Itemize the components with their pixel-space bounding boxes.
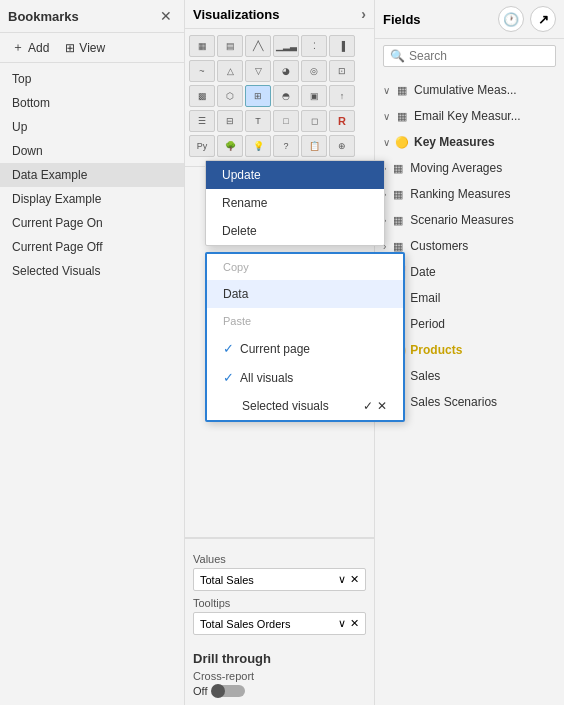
bookmarks-view-button[interactable]: ⊞ View [61, 39, 109, 57]
tooltips-field-box[interactable]: Total Sales Orders ∨ ✕ [193, 612, 366, 635]
field-group-header-email-key[interactable]: ∨ ▦ Email Key Measur... [375, 105, 564, 127]
viz-icon-ai[interactable]: 💡 [245, 135, 271, 157]
viz-icon-bar[interactable]: ▦ [189, 35, 215, 57]
viz-icon-treemap[interactable]: ▩ [189, 85, 215, 107]
viz-icon-row-4: ☰ ⊟ T □ ◻ R [189, 110, 370, 132]
list-item[interactable]: Bottom [0, 91, 184, 115]
toggle-thumb [211, 684, 225, 698]
viz-icon-column[interactable]: ▐ [329, 35, 355, 57]
bookmarks-add-button[interactable]: ＋ Add [8, 37, 53, 58]
list-item[interactable]: Display Example [0, 187, 184, 211]
toggle-track[interactable] [213, 685, 245, 697]
viz-icon-area[interactable]: ▁▂▃ [273, 35, 299, 57]
cross-report-label: Cross-report [193, 670, 366, 682]
values-label: Values [193, 553, 366, 565]
viz-icon-kpi[interactable]: ↑ [329, 85, 355, 107]
data-label: Data [223, 287, 248, 301]
bookmarks-close-button[interactable]: ✕ [156, 6, 176, 26]
context-menu-delete[interactable]: Delete [206, 217, 384, 245]
viz-icon-table[interactable]: ⊟ [217, 110, 243, 132]
field-group-header-cumulative[interactable]: ∨ ▦ Cumulative Meas... [375, 79, 564, 101]
list-item[interactable]: Up [0, 115, 184, 139]
viz-icon-line[interactable]: ╱╲ [245, 35, 271, 57]
viz-icon-gauge[interactable]: ◓ [273, 85, 299, 107]
list-item-data-example[interactable]: Data Example [0, 163, 184, 187]
values-field-actions: ∨ ✕ [338, 573, 359, 586]
viz-icon-slicer[interactable]: ☰ [189, 110, 215, 132]
field-group-name-email: Email [410, 291, 440, 305]
sub-menu-item-all-visuals[interactable]: ✓ All visuals [207, 363, 403, 392]
clock-icon: 🕐 [503, 12, 519, 27]
chevron-down-icon[interactable]: ∨ [338, 573, 346, 586]
viz-icon-donut[interactable]: ◎ [301, 60, 327, 82]
drill-through-section: Drill through Cross-report Off [185, 643, 374, 705]
viz-icon-r[interactable]: R [329, 110, 355, 132]
context-menu-update[interactable]: Update [206, 161, 384, 189]
field-group-name-period: Period [410, 317, 445, 331]
viz-icon-funnel[interactable]: ▽ [245, 60, 271, 82]
list-item-current-page-off[interactable]: Current Page Off [0, 235, 184, 259]
table-icon-2: ▦ [394, 108, 410, 124]
toggle-row: Off [193, 685, 366, 697]
table-icon: ▦ [394, 82, 410, 98]
search-input[interactable] [409, 49, 549, 63]
add-icon: ＋ [12, 39, 24, 56]
remove-values-icon[interactable]: ✕ [350, 573, 359, 586]
viz-icon-row-3: ▩ ⬡ ⊞ ◓ ▣ ↑ [189, 85, 370, 107]
viz-values-section: Values Total Sales ∨ ✕ Tooltips Total Sa… [185, 538, 374, 643]
list-item[interactable]: Current Page On [0, 211, 184, 235]
search-box[interactable]: 🔍 [383, 45, 556, 67]
list-item[interactable]: Down [0, 139, 184, 163]
field-group-name-sales-scenarios: Sales Scenarios [410, 395, 497, 409]
sub-menu-item-current-page[interactable]: ✓ Current page [207, 334, 403, 363]
chevron-down-icon-2: ∨ [383, 111, 390, 122]
values-field-box[interactable]: Total Sales ∨ ✕ [193, 568, 366, 591]
viz-icon-image[interactable]: □ [273, 110, 299, 132]
remove-tooltip-icon[interactable]: ✕ [350, 617, 359, 630]
sub-menu-item-copy[interactable]: Copy [207, 254, 403, 280]
field-group-name-email-key: Email Key Measur... [414, 109, 521, 123]
chevron-down-icon-2[interactable]: ∨ [338, 617, 346, 630]
list-item[interactable]: Top [0, 67, 184, 91]
field-group-header-moving-avg[interactable]: › ▦ Moving Averages [375, 157, 564, 179]
viz-icon-custom[interactable]: ⊕ [329, 135, 355, 157]
context-menu-rename[interactable]: Rename [206, 189, 384, 217]
bookmark-list: Top Bottom Up Down Data Example Display … [0, 63, 184, 705]
table-icon-4: ▦ [390, 186, 406, 202]
viz-icon-paginated[interactable]: 📋 [301, 135, 327, 157]
viz-icon-pie[interactable]: ◕ [273, 60, 299, 82]
sub-menu-item-data[interactable]: Data [207, 280, 403, 308]
tooltips-field-text: Total Sales Orders [200, 618, 290, 630]
field-group-cumulative: ∨ ▦ Cumulative Meas... [375, 77, 564, 103]
field-group-scenario: › ▦ Scenario Measures [375, 207, 564, 233]
bookmarks-header: Bookmarks ✕ [0, 0, 184, 33]
close-icon-small: ✕ [377, 399, 387, 413]
list-item-selected-visuals[interactable]: Selected Visuals [0, 259, 184, 283]
viz-icon-qa[interactable]: ? [273, 135, 299, 157]
field-group-header-key-measures[interactable]: ∨ 🟡 Key Measures [375, 131, 564, 153]
viz-icon-ribbon[interactable]: ⊡ [329, 60, 355, 82]
field-group-name-date: Date [410, 265, 435, 279]
chevron-down-icon-3: ∨ [383, 137, 390, 148]
viz-icon-combo[interactable]: ~ [189, 60, 215, 82]
share-button[interactable]: ↗ [530, 6, 556, 32]
viz-icon-stacked-bar[interactable]: ▤ [217, 35, 243, 57]
viz-icon-py[interactable]: Py [189, 135, 215, 157]
viz-icon-matrix[interactable]: ⊞ [245, 85, 271, 107]
field-group-name-customers: Customers [410, 239, 468, 253]
viz-icon-waterfall[interactable]: △ [217, 60, 243, 82]
search-icon: 🔍 [390, 49, 405, 63]
viz-icon-textbox[interactable]: T [245, 110, 271, 132]
viz-icon-decomp[interactable]: 🌳 [217, 135, 243, 157]
sub-menu-item-selected-visuals[interactable]: Selected visuals ✓ ✕ [207, 392, 403, 420]
field-group-header-ranking[interactable]: › ▦ Ranking Measures [375, 183, 564, 205]
field-group-header-scenario[interactable]: › ▦ Scenario Measures [375, 209, 564, 231]
viz-icon-map[interactable]: ⬡ [217, 85, 243, 107]
viz-icon-shape[interactable]: ◻ [301, 110, 327, 132]
viz-icon-scatter[interactable]: ⁚ [301, 35, 327, 57]
viz-header: Visualizations › [185, 0, 374, 29]
values-field-text: Total Sales [200, 574, 254, 586]
sub-menu-item-paste[interactable]: Paste [207, 308, 403, 334]
viz-icon-card[interactable]: ▣ [301, 85, 327, 107]
clock-button[interactable]: 🕐 [498, 6, 524, 32]
